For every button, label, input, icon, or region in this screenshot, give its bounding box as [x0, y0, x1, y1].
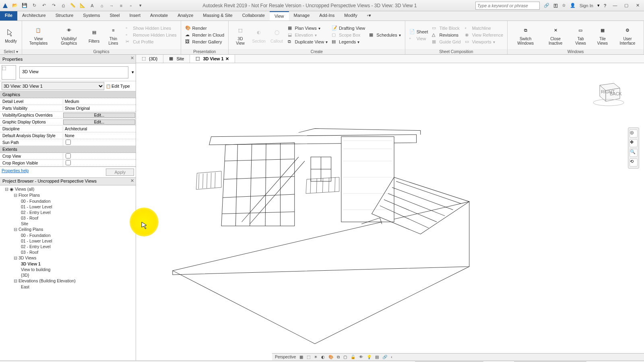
- tree-item[interactable]: East: [2, 284, 134, 290]
- dropdown-icon[interactable]: ▾: [137, 2, 144, 9]
- tab-collaborate[interactable]: Collaborate: [237, 11, 270, 21]
- redo-icon[interactable]: ↷: [50, 2, 57, 9]
- apply-button[interactable]: Apply: [106, 169, 134, 176]
- 3d-view-button[interactable]: ⬚3D View: [231, 23, 250, 47]
- signin-link[interactable]: Sign In: [580, 3, 593, 8]
- view-tab-site[interactable]: ▦Site: [163, 55, 190, 63]
- edit-type-button[interactable]: 📋 Edit Type: [106, 84, 134, 88]
- tree-item[interactable]: 00 - Foundation: [2, 198, 134, 204]
- tab-view[interactable]: View: [270, 11, 289, 21]
- tab-architecture[interactable]: Architecture: [17, 11, 51, 21]
- tree-item[interactable]: 02 - Entry Level: [2, 210, 134, 215]
- undo-icon[interactable]: ↶: [40, 2, 47, 9]
- tree-group[interactable]: ⊟Elevations (Building Elevation): [2, 278, 134, 284]
- tab-close-icon[interactable]: ✕: [225, 56, 229, 62]
- tree-group[interactable]: ⊟Floor Plans: [2, 192, 134, 198]
- modify-button[interactable]: Modify: [2, 23, 19, 47]
- sun-path-icon[interactable]: ☀: [313, 355, 319, 359]
- temp-hide-icon[interactable]: 👁: [358, 355, 364, 359]
- reveal-constraints-icon[interactable]: 🔗: [381, 355, 388, 359]
- tab-file[interactable]: File: [0, 11, 17, 21]
- prop-group-header[interactable]: Graphics: [0, 91, 136, 98]
- switch-windows-button[interactable]: ⧉Switch Windows: [510, 23, 541, 47]
- browser-close-icon[interactable]: ✕: [130, 178, 134, 183]
- prop-value[interactable]: [63, 160, 136, 166]
- visual-style-icon[interactable]: ⬚: [305, 355, 312, 359]
- open-icon[interactable]: 📂: [11, 2, 19, 9]
- user-interface-button[interactable]: ⚙User Interface: [614, 23, 641, 47]
- help-icon[interactable]: ?: [604, 3, 606, 8]
- signin-dropdown[interactable]: ▾: [597, 3, 600, 8]
- tree-item[interactable]: 3D View 1: [2, 261, 134, 267]
- tab-steel[interactable]: Steel: [105, 11, 124, 21]
- detail-level-icon[interactable]: ▦: [298, 355, 304, 359]
- scale-label[interactable]: Perspective: [274, 355, 297, 359]
- save-icon[interactable]: 💾: [21, 2, 28, 9]
- view-tab-3d[interactable]: ⬚{3D}: [136, 55, 163, 63]
- plan-views-button[interactable]: ▦Plan Views ▾: [286, 25, 330, 31]
- crop-region-icon[interactable]: ▢: [342, 355, 348, 359]
- prop-value[interactable]: [63, 153, 136, 159]
- type-selector[interactable]: 3D View: [19, 66, 128, 78]
- tile-views-button[interactable]: ▦Tile Views: [592, 23, 613, 47]
- tree-item[interactable]: {3D}: [2, 272, 134, 278]
- instance-selector[interactable]: 3D View: 3D View 1: [2, 82, 104, 90]
- tree-item[interactable]: 01 - Lower Level: [2, 238, 134, 244]
- prop-value[interactable]: None: [63, 134, 136, 138]
- tab-massing[interactable]: Massing & Site: [198, 11, 237, 21]
- schedules-button[interactable]: ▦Schedules ▾: [367, 32, 402, 38]
- tab-annotate[interactable]: Annotate: [145, 11, 173, 21]
- tree-item[interactable]: 03 - Roof: [2, 249, 134, 255]
- tree-item[interactable]: 00 - Foundation: [2, 232, 134, 238]
- tree-group[interactable]: ⊟Ceiling Plans: [2, 226, 134, 232]
- prop-value[interactable]: Medium: [63, 99, 136, 104]
- shadows-icon[interactable]: ◐: [320, 355, 326, 359]
- tab-structure[interactable]: Structure: [51, 11, 78, 21]
- measure-icon[interactable]: 📏: [69, 2, 76, 9]
- prop-group-header[interactable]: Extents: [0, 146, 136, 153]
- tree-root[interactable]: ⊟◉ Views (all): [2, 186, 134, 192]
- unlock-icon[interactable]: 🔓: [349, 355, 357, 359]
- app-icon[interactable]: [2, 2, 9, 9]
- maximize-button[interactable]: ▢: [621, 3, 631, 8]
- dimension-icon[interactable]: 📐: [79, 2, 86, 9]
- prop-value[interactable]: Edit...: [63, 113, 135, 118]
- prop-value[interactable]: Edit...: [63, 119, 135, 125]
- tab-systems[interactable]: Systems: [78, 11, 105, 21]
- tree-group[interactable]: ⊟3D Views: [2, 255, 134, 261]
- type-dropdown-icon[interactable]: ▾: [132, 70, 134, 75]
- zoom-icon[interactable]: 🔍: [630, 149, 638, 157]
- home-icon[interactable]: ⌂: [98, 2, 105, 9]
- tree-item[interactable]: 01 - Lower Level: [2, 204, 134, 210]
- tab-manage[interactable]: Manage: [289, 11, 315, 21]
- sheet-button[interactable]: 📄Sheet: [408, 29, 430, 35]
- filters-button[interactable]: ▤Filters: [86, 23, 103, 47]
- duplicate-view-button[interactable]: ⧉Duplicate View ▾: [286, 39, 330, 45]
- thin-lines-qat-icon[interactable]: →: [108, 2, 115, 9]
- orbit-icon[interactable]: ⟲: [630, 158, 638, 167]
- tab-addins[interactable]: Add-Ins: [314, 11, 339, 21]
- revisions-button[interactable]: △Revisions: [430, 32, 462, 38]
- render-button[interactable]: 🎨Render: [184, 25, 226, 31]
- tree-item[interactable]: Site: [2, 221, 134, 226]
- exchange-icon[interactable]: 🔗: [544, 3, 549, 8]
- properties-close-icon[interactable]: ✕: [130, 56, 134, 61]
- tree-item[interactable]: 02 - Entry Level: [2, 244, 134, 249]
- view-tab-3dview1[interactable]: ⬚3D View 1 ✕: [190, 55, 235, 63]
- tab-views-button[interactable]: ▭Tab Views: [570, 23, 591, 47]
- tab-insert[interactable]: Insert: [125, 11, 146, 21]
- render-cloud-button[interactable]: ☁Render in Cloud: [184, 32, 226, 38]
- legends-button[interactable]: ▤Legends ▾: [330, 39, 367, 45]
- prop-value[interactable]: Architectural: [63, 127, 136, 131]
- minimize-button[interactable]: —: [610, 3, 620, 8]
- crop-view-icon[interactable]: ⧉: [336, 355, 341, 360]
- pan-icon[interactable]: ✥: [630, 139, 638, 147]
- search-input[interactable]: [475, 2, 540, 10]
- reveal-hidden-icon[interactable]: 💡: [365, 355, 373, 359]
- navigation-bar[interactable]: ◎ ✥ 🔍 ⟲: [628, 128, 639, 169]
- star-icon[interactable]: ☆: [562, 3, 566, 8]
- tab-analyze[interactable]: Analyze: [173, 11, 198, 21]
- render-gallery-button[interactable]: 🖼Render Gallery: [184, 39, 226, 45]
- sync-icon[interactable]: ↻: [31, 2, 38, 9]
- close-button[interactable]: ✕: [633, 3, 642, 8]
